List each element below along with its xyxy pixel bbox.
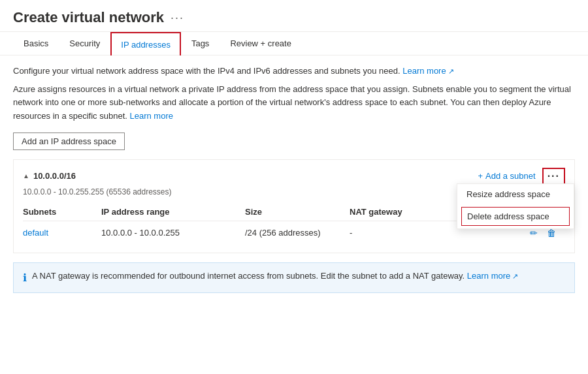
tab-review-create[interactable]: Review + create	[220, 32, 302, 55]
primary-description: Configure your virtual network address s…	[13, 65, 575, 78]
tab-basics[interactable]: Basics	[13, 32, 59, 55]
tab-ip-addresses[interactable]: IP addresses	[110, 32, 181, 55]
delete-address-space-item[interactable]: Delete address space	[461, 207, 570, 226]
address-space-card: ▲ 10.0.0.0/16 + Add a subnet ··· 10.0.0.…	[13, 159, 575, 253]
page-title: Create virtual network	[13, 9, 164, 26]
subnet-nat-cell: -	[350, 221, 448, 245]
subnet-name-cell: default	[23, 221, 101, 245]
add-ip-address-space-button[interactable]: Add an IP address space	[13, 132, 125, 150]
subnet-name-link[interactable]: default	[23, 228, 48, 238]
learn-more-link-info[interactable]: Learn more	[467, 271, 519, 281]
subnet-ip-range-cell: 10.0.0.0 - 10.0.0.255	[101, 221, 245, 245]
address-space-header: ▲ 10.0.0.0/16 + Add a subnet ···	[23, 168, 565, 185]
collapse-icon[interactable]: ▲	[23, 172, 29, 179]
resize-address-space-item[interactable]: Resize address space	[457, 184, 574, 204]
header-more-icon[interactable]: ···	[171, 11, 184, 25]
tab-tags[interactable]: Tags	[181, 32, 220, 55]
info-box-text: A NAT gateway is recommended for outboun…	[32, 270, 518, 283]
tab-bar: Basics Security IP addresses Tags Review…	[0, 32, 588, 55]
plus-icon: +	[478, 171, 483, 181]
learn-more-link-secondary[interactable]: Learn more	[130, 111, 173, 121]
col-header-size: Size	[245, 203, 350, 221]
tab-security[interactable]: Security	[59, 32, 110, 55]
col-header-subnets: Subnets	[23, 203, 101, 221]
address-space-title: ▲ 10.0.0.0/16	[23, 171, 76, 181]
address-space-actions: + Add a subnet ···	[478, 168, 565, 185]
address-space-cidr: 10.0.0.0/16	[33, 171, 76, 181]
add-subnet-label: Add a subnet	[485, 171, 536, 181]
learn-more-link-primary[interactable]: Learn more	[402, 66, 454, 76]
info-icon: ℹ	[23, 270, 27, 286]
col-header-nat: NAT gateway	[350, 203, 448, 221]
address-space-dropdown: Resize address space Delete address spac…	[457, 183, 574, 229]
main-content: Configure your virtual network address s…	[0, 55, 588, 302]
secondary-description: Azure assigns resources in a virtual net…	[13, 83, 575, 123]
subnet-size-cell: /24 (256 addresses)	[245, 221, 350, 245]
add-subnet-button[interactable]: + Add a subnet	[478, 171, 535, 181]
address-space-more-button[interactable]: ···	[542, 168, 565, 185]
col-header-iprange: IP address range	[101, 203, 245, 221]
info-box: ℹ A NAT gateway is recommended for outbo…	[13, 262, 575, 293]
